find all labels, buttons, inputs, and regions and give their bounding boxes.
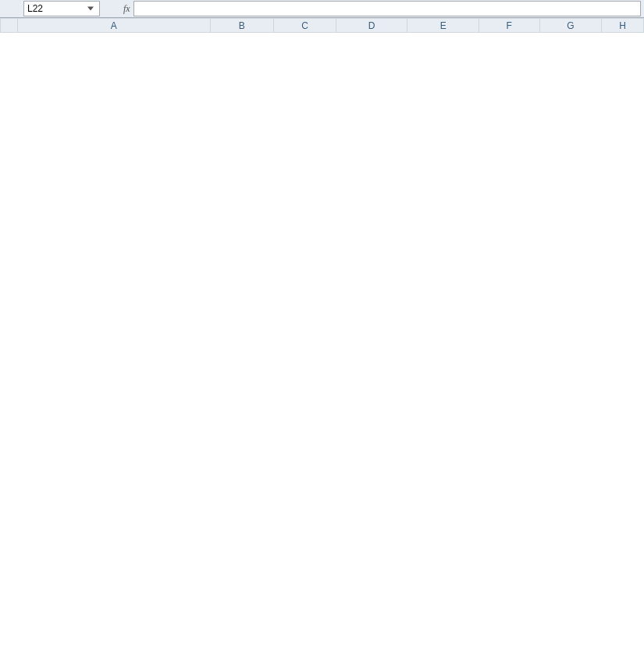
col-header[interactable]: E bbox=[407, 19, 479, 33]
formula-bar-row: L22 fx bbox=[0, 0, 644, 18]
col-header[interactable]: B bbox=[210, 19, 274, 33]
col-header[interactable]: G bbox=[539, 19, 602, 33]
name-box[interactable]: L22 bbox=[23, 1, 100, 16]
col-header[interactable]: F bbox=[479, 19, 539, 33]
formula-controls: fx bbox=[103, 2, 133, 16]
col-header[interactable]: D bbox=[336, 19, 407, 33]
select-all[interactable] bbox=[1, 19, 18, 33]
formula-input[interactable] bbox=[133, 1, 641, 16]
spreadsheet-grid[interactable]: A B C D E F G H bbox=[0, 18, 644, 33]
col-header[interactable]: C bbox=[274, 19, 336, 33]
name-box-dropdown-icon[interactable] bbox=[85, 3, 96, 14]
cancel-button bbox=[103, 2, 120, 16]
col-header[interactable]: H bbox=[602, 19, 644, 33]
name-box-value: L22 bbox=[27, 3, 85, 14]
col-header-row: A B C D E F G H bbox=[1, 19, 644, 33]
fx-icon[interactable]: fx bbox=[123, 3, 130, 15]
col-header[interactable]: A bbox=[17, 19, 210, 33]
